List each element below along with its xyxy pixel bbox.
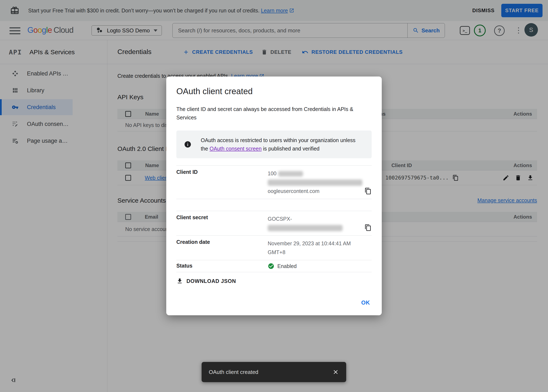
ok-button[interactable]: OK	[361, 300, 370, 306]
empty-row	[176, 199, 372, 211]
download-json-button[interactable]: DOWNLOAD JSON	[176, 278, 236, 284]
redacted-text	[268, 225, 343, 231]
creation-date-value: November 29, 2023 at 10:44:41 AM GMT+8	[268, 239, 362, 257]
client-id-value: 100 oogleusercontent.com	[268, 169, 362, 196]
client-secret-value: GOCSPX-	[268, 214, 362, 232]
redacted-text	[278, 171, 303, 176]
dialog-description: The client ID and secret can always be a…	[176, 105, 357, 122]
status-value: Enabled	[268, 263, 297, 269]
client-secret-row: Client secret GOCSPX-	[176, 211, 372, 235]
info-icon	[184, 141, 192, 148]
toast-snackbar: OAuth client created	[202, 362, 346, 382]
oauth-consent-screen-link[interactable]: OAuth consent screen	[209, 146, 262, 152]
download-json-row: DOWNLOAD JSON	[176, 272, 372, 285]
close-icon[interactable]	[332, 369, 339, 375]
redacted-text	[268, 180, 362, 186]
client-id-row: Client ID 100 oogleusercontent.com	[176, 165, 372, 199]
check-circle-icon	[268, 263, 274, 269]
status-row: Status Enabled	[176, 260, 372, 272]
toast-message: OAuth client created	[209, 369, 332, 375]
dialog-fields: Client ID 100 oogleusercontent.com Clien…	[176, 165, 372, 285]
oauth-client-created-dialog: OAuth client created The client ID and s…	[166, 77, 382, 315]
copy-client-id-icon[interactable]	[365, 188, 372, 195]
creation-date-row: Creation date November 29, 2023 at 10:44…	[176, 235, 372, 260]
restricted-access-notice: OAuth access is restricted to users with…	[176, 131, 372, 158]
dialog-title: OAuth client created	[176, 77, 372, 96]
download-icon	[176, 278, 183, 284]
copy-client-secret-icon[interactable]	[365, 224, 372, 231]
google-cloud-console: Start your Free Trial with $300 in credi…	[0, 0, 548, 392]
